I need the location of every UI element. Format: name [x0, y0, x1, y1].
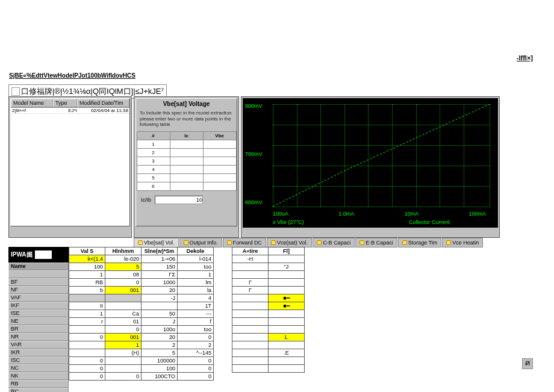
- param-cell[interactable]: 0: [178, 373, 214, 381]
- param-label[interactable]: NR: [8, 333, 69, 341]
- param-label[interactable]: ISE: [8, 310, 69, 317]
- tab-1[interactable]: Output Info.: [179, 238, 222, 247]
- param-cell[interactable]: J: [142, 318, 178, 326]
- active-cell[interactable]: [232, 294, 269, 302]
- active-cell[interactable]: Г: [232, 279, 269, 287]
- active-cell[interactable]: [269, 271, 305, 279]
- param-cell[interactable]: 0: [178, 357, 214, 365]
- active-cell[interactable]: [269, 357, 305, 365]
- param-label[interactable]: ISC: [8, 356, 69, 364]
- param-col-header[interactable]: Val S: [69, 247, 105, 255]
- param-cell[interactable]: (H): [105, 349, 142, 357]
- chart-area[interactable]: 800mV 700mV 600mV 100uA: [243, 98, 498, 228]
- param-cell[interactable]: [105, 294, 142, 302]
- param-cell[interactable]: r: [69, 318, 105, 326]
- active-cell[interactable]: [232, 365, 269, 373]
- param-cell[interactable]: 100000: [142, 357, 178, 365]
- param-cell[interactable]: Ca: [105, 310, 142, 318]
- active-cell[interactable]: [232, 349, 269, 357]
- param-cell[interactable]: la: [178, 287, 214, 294]
- param-cell[interactable]: II: [69, 302, 105, 310]
- active-cell[interactable]: "J: [269, 263, 305, 271]
- param-cell[interactable]: 2: [142, 341, 178, 349]
- tab-4[interactable]: C-B Capaci: [313, 238, 355, 247]
- active-cell[interactable]: [269, 287, 305, 294]
- active-cell[interactable]: [269, 365, 305, 373]
- param-cell[interactable]: l-014: [178, 255, 214, 263]
- param-label[interactable]: NC: [8, 364, 69, 372]
- param-label[interactable]: NK: [8, 372, 69, 380]
- param-cell[interactable]: 5: [142, 349, 178, 357]
- active-cell[interactable]: [232, 326, 269, 334]
- param-col-header[interactable]: Dekole: [178, 247, 214, 255]
- param-cell[interactable]: -J: [142, 294, 178, 302]
- active-col-header[interactable]: A«tire: [232, 247, 269, 255]
- active-cell[interactable]: 1.: [269, 334, 305, 341]
- param-label[interactable]: [8, 270, 69, 278]
- active-cell[interactable]: [269, 310, 305, 318]
- param-cell[interactable]: 0: [105, 326, 142, 334]
- param-cell[interactable]: 4: [178, 294, 214, 302]
- param-cell[interactable]: f: [178, 318, 214, 326]
- active-cell[interactable]: ■━: [269, 294, 305, 302]
- tab-6[interactable]: Storage Tim: [398, 238, 442, 247]
- active-cell[interactable]: [232, 310, 269, 318]
- param-cell[interactable]: [69, 326, 105, 334]
- param-cell[interactable]: [142, 302, 178, 310]
- param-cell[interactable]: 1T: [178, 302, 214, 310]
- param-cell[interactable]: 1000: [142, 279, 178, 287]
- param-cell[interactable]: b: [69, 287, 105, 294]
- param-cell[interactable]: 1: [105, 341, 142, 349]
- param-cell[interactable]: 0: [105, 279, 142, 287]
- active-grid[interactable]: A«tireFl]-H"JГГ■━■━1..E: [232, 247, 305, 392]
- vbe-data-table[interactable]: #IcVbe 1 2 3 4 5 6: [137, 131, 237, 191]
- param-cell[interactable]: too: [178, 326, 214, 334]
- menu-bar[interactable]: SjBE«%EdttVtewHodelPJot100bWifldovHCS: [9, 72, 135, 79]
- active-cell[interactable]: [232, 271, 269, 279]
- param-cell[interactable]: 001: [105, 334, 142, 341]
- param-cell[interactable]: 01: [105, 318, 142, 326]
- param-cell[interactable]: [105, 365, 142, 373]
- drag-handle-icon[interactable]: [35, 250, 52, 259]
- param-cell[interactable]: 0: [178, 365, 214, 373]
- active-cell[interactable]: ■━: [269, 302, 305, 310]
- param-cell[interactable]: ^--145: [178, 349, 214, 357]
- toolbar-icon[interactable]: [11, 87, 20, 96]
- param-col-header[interactable]: Hlnhmm: [105, 247, 142, 255]
- param-cell[interactable]: 2: [178, 341, 214, 349]
- param-cell[interactable]: 150: [142, 263, 178, 271]
- param-cell[interactable]: 100: [142, 365, 178, 373]
- active-cell[interactable]: [232, 341, 269, 349]
- param-cell[interactable]: 1: [69, 271, 105, 279]
- icib-input[interactable]: [155, 196, 203, 204]
- active-cell[interactable]: [269, 318, 305, 326]
- active-cell[interactable]: [232, 302, 269, 310]
- active-col-header[interactable]: Fl]: [269, 247, 305, 255]
- active-cell[interactable]: [232, 334, 269, 341]
- tab-5[interactable]: E-B Capaci: [355, 238, 397, 247]
- param-label[interactable]: IKF: [8, 302, 69, 310]
- param-cell[interactable]: 1-«06: [142, 255, 178, 263]
- param-cell[interactable]: [105, 357, 142, 365]
- scroll-corner[interactable]: ₽I: [522, 358, 533, 369]
- param-cell[interactable]: ГΣ: [142, 271, 178, 279]
- param-label[interactable]: RB: [8, 380, 69, 388]
- tab-0[interactable]: Vbe[sat] Vol.: [134, 238, 179, 247]
- active-cell[interactable]: [269, 341, 305, 349]
- active-cell[interactable]: [269, 279, 305, 287]
- param-cell[interactable]: 5: [105, 263, 142, 271]
- param-cell[interactable]: 20: [142, 334, 178, 341]
- param-cell[interactable]: 100CTO: [142, 373, 178, 381]
- param-cell[interactable]: [69, 294, 105, 302]
- param-cell[interactable]: 0: [69, 357, 105, 365]
- param-cell[interactable]: [69, 341, 105, 349]
- active-cell[interactable]: [269, 255, 305, 263]
- param-cell[interactable]: 0: [69, 373, 105, 381]
- param-cell[interactable]: [69, 349, 105, 357]
- param-cell[interactable]: 001: [105, 287, 142, 294]
- active-cell[interactable]: -H: [232, 255, 269, 263]
- model-list-body[interactable]: 2|lii««f EJ*I 02/04/04 ai 11:38: [11, 108, 129, 226]
- param-cell[interactable]: 0: [178, 334, 214, 341]
- param-cell[interactable]: lm: [178, 279, 214, 287]
- param-cell[interactable]: RB: [69, 279, 105, 287]
